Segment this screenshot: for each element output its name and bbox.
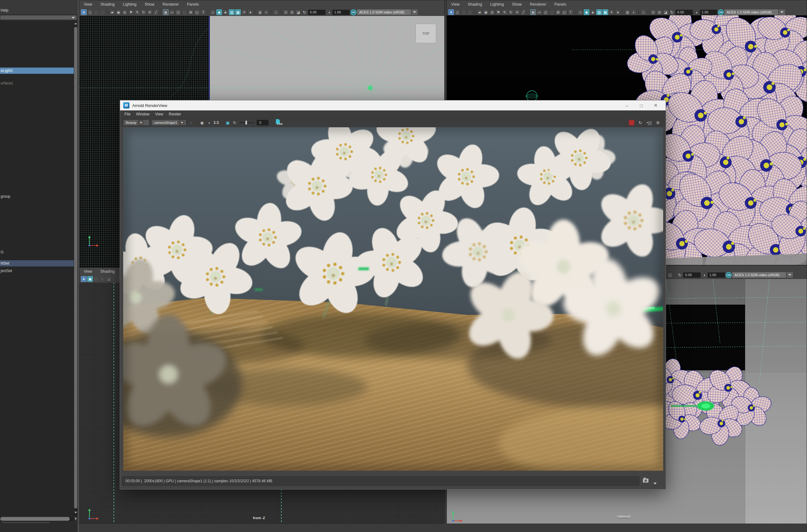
color-management-toggle[interactable]: ON bbox=[726, 272, 732, 278]
outliner-item-set1[interactable]: t1 bbox=[0, 249, 74, 255]
bookmark-flag-icon[interactable]: ⚑ bbox=[128, 10, 134, 15]
exposure-icon[interactable] bbox=[677, 272, 683, 278]
isolate-select-icon[interactable]: □ bbox=[273, 10, 279, 15]
rgba-channels-icon[interactable]: ◉ bbox=[199, 120, 205, 126]
window-titlebar[interactable]: M Arnold RenderView – □ ✕ bbox=[120, 100, 666, 110]
snapshot-camera-icon[interactable] bbox=[643, 478, 649, 482]
select-object-icon[interactable]: ◻ bbox=[87, 10, 93, 15]
select-tool-icon[interactable]: A bbox=[81, 10, 87, 15]
menu-view[interactable]: View bbox=[451, 2, 460, 6]
exposure-field[interactable]: 0.00 bbox=[675, 10, 693, 15]
shaded-mode-icon[interactable]: ◆ bbox=[216, 10, 222, 15]
gamma-field[interactable]: 1.00 bbox=[332, 10, 350, 15]
motion-blur-icon[interactable]: ◐ bbox=[631, 10, 637, 15]
menu-lighting[interactable]: Lighting bbox=[490, 2, 504, 6]
select-object-icon[interactable]: ◻ bbox=[455, 10, 460, 15]
textured-mode-icon[interactable]: ▨ bbox=[596, 10, 602, 15]
screen-ao-icon[interactable]: ◍ bbox=[625, 10, 630, 15]
menu-window[interactable]: Window bbox=[136, 112, 150, 116]
grease-pencil-icon[interactable]: ✎ bbox=[502, 10, 507, 15]
bookmark-flag-icon[interactable]: ⚑ bbox=[496, 10, 501, 15]
colorspace-dropdown[interactable]: ACES 1.0 SDR-video (sRGB) bbox=[725, 10, 778, 15]
grid-toggle-icon[interactable]: ▦ bbox=[163, 10, 169, 15]
select-component-icon[interactable]: ▢ bbox=[94, 10, 99, 15]
gamma-field[interactable]: 1.00 bbox=[708, 272, 725, 278]
orbit-view-icon[interactable]: ↻ bbox=[141, 10, 146, 15]
exposure-icon[interactable] bbox=[669, 10, 675, 15]
menu-show[interactable]: Show bbox=[512, 2, 522, 6]
chevron-down-icon[interactable] bbox=[411, 10, 418, 15]
zoom-view-icon[interactable]: ╱ bbox=[153, 10, 159, 15]
grease-pencil-icon[interactable]: ✎ bbox=[134, 10, 140, 15]
select-component-icon[interactable]: ▢ bbox=[461, 10, 466, 15]
use-all-lights-icon[interactable]: ▩ bbox=[235, 10, 241, 15]
grid-toggle-icon[interactable]: ▦ bbox=[530, 10, 536, 15]
maximize-button[interactable]: □ bbox=[639, 103, 644, 108]
color-management-toggle[interactable]: ON bbox=[718, 10, 724, 15]
colorspace-dropdown[interactable]: ACES 1.0 SDR-video (sRGB) bbox=[357, 10, 411, 15]
minimize-button[interactable]: – bbox=[625, 103, 629, 108]
menu-renderer[interactable]: Renderer bbox=[530, 2, 546, 6]
scroll-up-icon[interactable] bbox=[74, 22, 77, 24]
film-gate-icon[interactable]: ▭ bbox=[537, 10, 542, 15]
zoom-ratio-label[interactable]: 1:1 bbox=[214, 120, 219, 125]
scrollbar-thumb[interactable] bbox=[0, 517, 70, 521]
wireframe-mode-icon[interactable]: ◇ bbox=[210, 10, 216, 15]
select-component-icon[interactable]: ▢ bbox=[94, 276, 99, 282]
exposure-field[interactable]: 0.00 bbox=[308, 10, 326, 15]
outliner-item-surface[interactable]: urface1 bbox=[0, 80, 74, 86]
lighting-icon[interactable]: ☀ bbox=[609, 10, 614, 15]
shadows-icon[interactable]: ● bbox=[615, 10, 621, 15]
camera-attributes-icon[interactable]: ◉ bbox=[116, 10, 121, 15]
menu-lighting[interactable]: Lighting bbox=[123, 2, 137, 6]
camcorder-icon[interactable]: ▰ bbox=[110, 10, 115, 15]
field-chart-icon[interactable]: ⊞ bbox=[555, 10, 561, 15]
xray-icon[interactable]: ⊡ bbox=[283, 10, 289, 15]
menu-view[interactable]: View bbox=[84, 269, 92, 274]
colorspace-dropdown[interactable]: ACES 1.0 SDR-video (sRGB) bbox=[732, 272, 786, 278]
motion-blur-icon[interactable]: ◐ bbox=[264, 10, 269, 15]
exposure-icon[interactable] bbox=[302, 10, 307, 15]
use-all-lights-icon[interactable]: ▩ bbox=[602, 10, 608, 15]
camera-dropdown[interactable]: cameraShape1 bbox=[151, 119, 186, 126]
outliner-filter-dropdown[interactable] bbox=[0, 15, 77, 20]
motion-blur-icon[interactable]: ◐ bbox=[100, 276, 105, 282]
camera-bookmark-icon[interactable]: ◎ bbox=[122, 10, 128, 15]
debug-shading-slider[interactable] bbox=[240, 122, 254, 123]
stop-render-icon[interactable]: ■ bbox=[629, 120, 634, 126]
gamma-icon[interactable] bbox=[701, 272, 707, 278]
menu-render[interactable]: Render bbox=[169, 112, 181, 116]
zoom-view-icon[interactable]: ╱ bbox=[521, 10, 526, 15]
close-button[interactable]: ✕ bbox=[653, 102, 658, 108]
menu-view[interactable]: View bbox=[155, 112, 163, 116]
gamma-field[interactable]: 1.00 bbox=[700, 10, 717, 15]
exposure-field[interactable]: 0.00 bbox=[683, 272, 701, 278]
color-management-toggle[interactable]: ON bbox=[350, 10, 357, 15]
select-tool-icon[interactable]: A bbox=[448, 10, 454, 15]
render-image[interactable] bbox=[123, 127, 663, 471]
update-render-icon[interactable]: ↻ bbox=[232, 120, 237, 126]
outliner-item-objectset[interactable]: jectSet bbox=[0, 268, 74, 274]
shaded-mode-icon[interactable]: ◆ bbox=[584, 10, 589, 15]
xray-joints-icon[interactable]: ⊟ bbox=[657, 10, 662, 15]
textured-mode-icon[interactable]: ▨ bbox=[229, 10, 234, 15]
menu-renderer[interactable]: Renderer bbox=[162, 2, 179, 6]
safe-action-icon[interactable]: ◱ bbox=[194, 10, 200, 15]
safe-action-icon[interactable]: ◱ bbox=[667, 272, 673, 278]
top-view-camera-gizmo[interactable]: TOP bbox=[416, 24, 436, 43]
lasso-tool-icon[interactable]: ◯ bbox=[100, 10, 105, 15]
screen-ao-icon[interactable]: ◍ bbox=[257, 10, 263, 15]
film-gate-icon[interactable]: ▭ bbox=[169, 10, 175, 15]
xray-joints-icon[interactable]: ⊟ bbox=[289, 10, 295, 15]
menu-panels[interactable]: Panels bbox=[554, 2, 566, 6]
wireframe-mode-icon[interactable]: ◇ bbox=[577, 10, 583, 15]
outliner-menu-help[interactable]: Help bbox=[1, 7, 10, 13]
chevron-down-icon[interactable] bbox=[779, 10, 785, 15]
lasso-tool-icon[interactable]: ◯ bbox=[467, 10, 473, 15]
safe-title-icon[interactable]: T bbox=[200, 10, 206, 15]
ghosting-icon[interactable]: ◪ bbox=[663, 10, 669, 15]
menu-shading[interactable]: Shading bbox=[100, 269, 115, 274]
lighting-icon[interactable]: ☀ bbox=[242, 10, 247, 15]
camera-bookmark-icon[interactable]: ◎ bbox=[489, 10, 495, 15]
shadows-icon[interactable]: ● bbox=[248, 10, 253, 15]
